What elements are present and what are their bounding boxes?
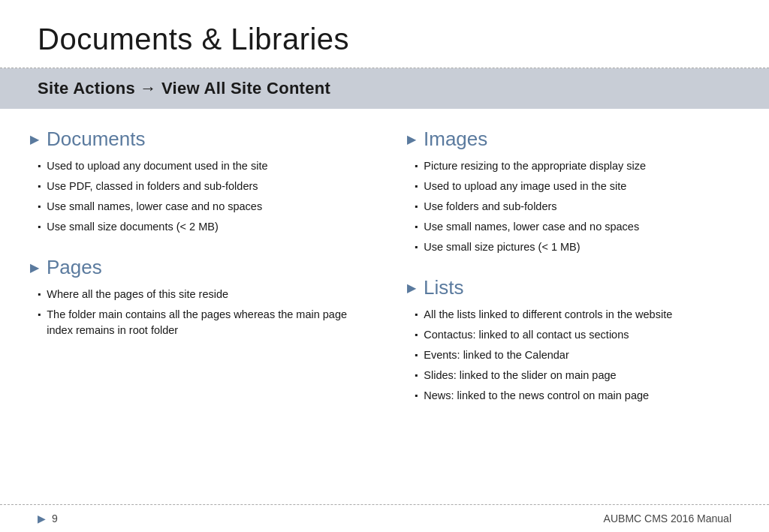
section-images-heading: ▶ Images <box>407 128 739 151</box>
list-item: Use small names, lower case and no space… <box>415 219 739 235</box>
banner-text: Site Actions → View All Site Content <box>38 79 330 98</box>
title-area: Documents & Libraries <box>0 0 769 68</box>
col-left: ▶ Documents Used to upload any document … <box>30 124 377 497</box>
documents-list: Used to upload any document used in the … <box>38 158 362 235</box>
list-item: Events: linked to the Calendar <box>415 347 739 363</box>
list-item: Picture resizing to the appropriate disp… <box>415 158 739 174</box>
documents-arrow-icon: ▶ <box>30 132 39 146</box>
documents-title: Documents <box>47 128 146 151</box>
footer-arrow-icon: ▶ <box>38 512 46 524</box>
footer-page: ▶ 9 <box>38 512 58 524</box>
slide: Documents & Libraries Site Actions → Vie… <box>0 0 769 532</box>
list-item: Use small size documents (< 2 MB) <box>38 219 362 235</box>
footer: ▶ 9 AUBMC CMS 2016 Manual <box>0 504 769 532</box>
page-number: 9 <box>52 512 58 524</box>
list-item: News: linked to the news control on main… <box>415 388 739 404</box>
list-item: Used to upload any image used in the sit… <box>415 179 739 194</box>
images-title: Images <box>424 128 487 151</box>
section-pages-heading: ▶ Pages <box>30 256 362 279</box>
lists-list: All the lists linked to different contro… <box>415 307 739 404</box>
footer-manual: AUBMC CMS 2016 Manual <box>604 512 731 524</box>
images-arrow-icon: ▶ <box>407 132 416 146</box>
pages-list: Where all the pages of this site reside … <box>38 287 362 338</box>
slide-title: Documents & Libraries <box>38 23 731 56</box>
lists-arrow-icon: ▶ <box>407 281 416 295</box>
section-documents-heading: ▶ Documents <box>30 128 362 151</box>
list-item: Use PDF, classed in folders and sub-fold… <box>38 179 362 194</box>
list-item: All the lists linked to different contro… <box>415 307 739 323</box>
list-item: Slides: linked to the slider on main pag… <box>415 368 739 383</box>
section-lists-heading: ▶ Lists <box>407 276 739 299</box>
list-item: Where all the pages of this site reside <box>38 287 362 302</box>
list-item: Use small names, lower case and no space… <box>38 199 362 215</box>
list-item: Used to upload any document used in the … <box>38 158 362 174</box>
col-right: ▶ Images Picture resizing to the appropr… <box>400 124 739 497</box>
list-item: The folder main contains all the pages w… <box>38 307 362 338</box>
list-item: Contactus: linked to all contact us sect… <box>415 327 739 343</box>
list-item: Use small size pictures (< 1 MB) <box>415 239 739 255</box>
lists-title: Lists <box>424 276 463 299</box>
list-item: Use folders and sub-folders <box>415 199 739 215</box>
pages-arrow-icon: ▶ <box>30 260 39 275</box>
content-area: ▶ Documents Used to upload any document … <box>0 109 769 504</box>
pages-title: Pages <box>47 256 102 279</box>
banner: Site Actions → View All Site Content <box>0 68 769 109</box>
images-list: Picture resizing to the appropriate disp… <box>415 158 739 255</box>
